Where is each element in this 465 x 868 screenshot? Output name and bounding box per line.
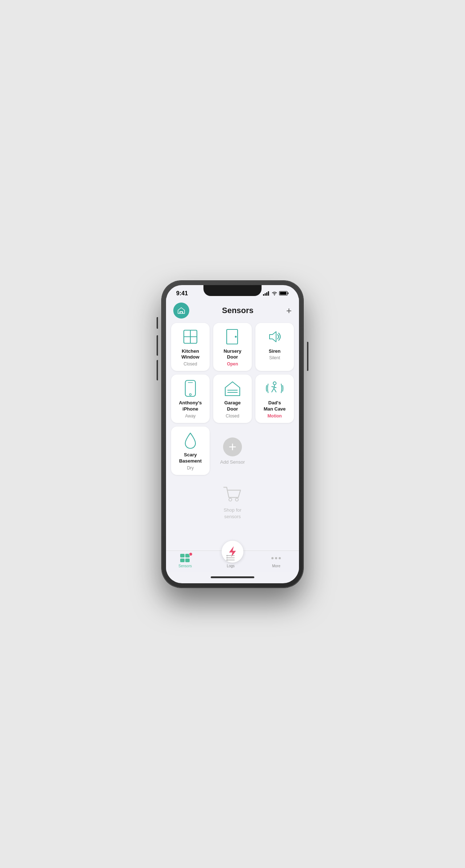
- grid-icon: [180, 554, 190, 563]
- sensor-status: Closed: [226, 413, 239, 419]
- sensor-card-scary-basement[interactable]: ScaryBasement Dry: [171, 427, 210, 475]
- sensor-status: Dry: [187, 465, 194, 471]
- svg-point-40: [275, 557, 277, 559]
- garage-icon: [224, 380, 241, 397]
- add-sensor-circle: [223, 437, 242, 456]
- home-indicator: [166, 572, 299, 580]
- home-button[interactable]: [173, 303, 189, 319]
- sensor-card-nursery-door[interactable]: NurseryDoor Open: [213, 323, 252, 371]
- sensor-name: GarageDoor: [225, 400, 241, 412]
- svg-rect-7: [280, 292, 287, 295]
- svg-marker-14: [270, 332, 276, 342]
- sensor-card-garage-door[interactable]: GarageDoor Closed: [213, 375, 252, 423]
- sensor-name: Dad'sMan Cave: [264, 400, 286, 412]
- bottom-nav: Sensors Logs: [166, 551, 299, 572]
- app-header: Sensors +: [166, 298, 299, 321]
- volume-up-button[interactable]: [157, 335, 158, 356]
- add-sensor-header-button[interactable]: +: [286, 306, 292, 315]
- sensor-status: Open: [227, 361, 238, 367]
- phone-screen: 9:41: [166, 285, 299, 583]
- nav-logs-label: Logs: [227, 564, 235, 568]
- speaker-icon: [266, 328, 283, 345]
- sensor-status: Closed: [183, 361, 197, 367]
- svg-line-23: [274, 388, 276, 392]
- svg-point-17: [190, 394, 191, 396]
- svg-rect-3: [268, 291, 269, 296]
- sensor-name: NurseryDoor: [223, 348, 241, 361]
- phone-icon: [182, 380, 199, 397]
- motion-icon: [266, 380, 283, 397]
- add-sensor-card[interactable]: Add Sensor: [213, 427, 252, 475]
- water-icon: [182, 432, 199, 449]
- sensor-status: Silent: [269, 355, 280, 360]
- nav-sensors[interactable]: Sensors: [174, 553, 196, 568]
- sensor-card-siren[interactable]: Siren Silent: [255, 323, 294, 371]
- svg-rect-32: [185, 559, 190, 562]
- home-icon: [177, 307, 185, 314]
- svg-point-39: [271, 557, 274, 559]
- wifi-icon: [271, 291, 278, 296]
- phone-frame: 9:41: [162, 281, 303, 588]
- svg-rect-2: [266, 292, 267, 296]
- sensor-card-dads-man-cave[interactable]: Dad'sMan Cave Motion: [255, 375, 294, 423]
- svg-line-21: [274, 385, 275, 388]
- svg-point-4: [274, 294, 275, 295]
- scroll-area[interactable]: KitchenWindow Closed NurseryDoor Open: [166, 321, 299, 551]
- status-time: 9:41: [176, 290, 188, 297]
- svg-rect-29: [180, 554, 185, 557]
- nav-more[interactable]: More: [265, 553, 287, 568]
- svg-rect-8: [180, 312, 182, 313]
- svg-point-27: [229, 498, 232, 501]
- nav-sensors-icon-wrap: [179, 553, 192, 563]
- sensor-name: ScaryBasement: [179, 452, 202, 464]
- battery-icon: [279, 291, 289, 296]
- svg-point-28: [235, 498, 238, 501]
- sensor-name: KitchenWindow: [181, 348, 199, 361]
- svg-rect-0: [263, 294, 264, 296]
- svg-rect-1: [265, 293, 266, 296]
- cart-icon: [223, 486, 242, 505]
- more-icon: [271, 556, 281, 560]
- home-indicator-bar: [211, 576, 254, 578]
- door-icon: [224, 328, 241, 345]
- nav-sensors-label: Sensors: [178, 564, 192, 568]
- mute-button[interactable]: [157, 317, 158, 329]
- volume-down-button[interactable]: [157, 360, 158, 380]
- shop-section[interactable]: Shop forsensors: [171, 479, 294, 524]
- nav-logs-icon-wrap: [224, 553, 237, 563]
- page-title: Sensors: [222, 306, 254, 315]
- plus-icon: [229, 443, 236, 451]
- svg-line-22: [272, 388, 274, 392]
- sensor-card-anthonys-iphone[interactable]: Anthony'siPhone Away: [171, 375, 210, 423]
- svg-point-13: [235, 336, 237, 337]
- app-content: Sensors + KitchenWi: [166, 298, 299, 580]
- shop-label: Shop forsensors: [223, 507, 241, 520]
- svg-point-37: [226, 557, 228, 559]
- sensor-status: Motion: [267, 413, 282, 419]
- svg-rect-31: [180, 559, 185, 562]
- nav-more-icon-wrap: [270, 553, 283, 563]
- sensor-name: Siren: [269, 348, 281, 355]
- svg-point-36: [226, 555, 228, 556]
- add-sensor-label: Add Sensor: [220, 459, 245, 465]
- svg-point-20: [273, 382, 276, 385]
- sensor-grid: KitchenWindow Closed NurseryDoor Open: [171, 323, 294, 475]
- svg-point-41: [279, 557, 281, 559]
- svg-point-38: [226, 559, 228, 561]
- logs-icon: [226, 554, 235, 562]
- notification-badge: [189, 552, 193, 556]
- window-icon: [182, 328, 199, 345]
- signal-icon: [263, 291, 270, 296]
- sensor-name: Anthony'siPhone: [179, 400, 202, 412]
- notch: [203, 285, 262, 296]
- nav-more-label: More: [272, 564, 280, 568]
- sensor-card-kitchen-window[interactable]: KitchenWindow Closed: [171, 323, 210, 371]
- power-button[interactable]: [307, 342, 308, 371]
- sensor-status: Away: [185, 413, 195, 419]
- status-icons: [263, 291, 289, 296]
- svg-rect-6: [288, 292, 288, 294]
